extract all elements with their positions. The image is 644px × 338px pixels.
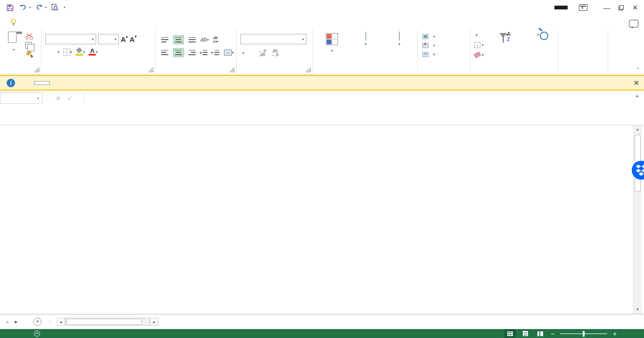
align-middle-button[interactable] bbox=[173, 35, 184, 44]
sheet-prev-icon[interactable]: ◂ bbox=[6, 319, 8, 325]
merge-icon bbox=[224, 49, 232, 56]
font-size-select[interactable]: ▾ bbox=[98, 34, 119, 44]
increase-decimal-button[interactable]: ←,0,00 bbox=[258, 49, 266, 57]
underline-dropdown-icon[interactable]: ▾ bbox=[58, 50, 59, 54]
ribbon-tab-row bbox=[0, 15, 644, 29]
fill-button[interactable]: ↓▾ bbox=[474, 41, 491, 49]
format-as-table-icon bbox=[365, 32, 366, 41]
name-box[interactable]: ▾ bbox=[0, 92, 42, 104]
scroll-left-icon[interactable]: ◂ bbox=[57, 318, 65, 326]
copy-button[interactable]: ▾ bbox=[25, 42, 33, 49]
group-estilos: ▾ ▾ ▾ bbox=[313, 29, 418, 74]
zoom-slider[interactable] bbox=[560, 333, 607, 334]
comments-icon[interactable] bbox=[629, 20, 638, 27]
cancel-formula-icon[interactable]: ✕ bbox=[56, 95, 61, 102]
normal-view-button[interactable] bbox=[504, 329, 516, 338]
font-name-select[interactable]: ▾ bbox=[45, 34, 96, 44]
scroll-up-icon[interactable]: ▲ bbox=[634, 125, 642, 134]
font-color-button[interactable]: A▾ bbox=[89, 48, 98, 56]
page-layout-icon bbox=[523, 331, 528, 336]
portapapeles-dialog-launcher-icon[interactable] bbox=[34, 67, 39, 72]
scroll-right-icon[interactable]: ▸ bbox=[150, 318, 158, 326]
sheet-next-icon[interactable]: ▸ bbox=[15, 319, 18, 325]
align-center-button[interactable] bbox=[173, 48, 184, 57]
update-now-button[interactable] bbox=[34, 81, 50, 85]
cell-styles-button[interactable]: ▾ bbox=[383, 32, 415, 74]
merge-center-button[interactable]: ▾ bbox=[224, 49, 234, 56]
orientation-button[interactable]: ab▾ bbox=[200, 36, 208, 43]
scroll-down-icon[interactable]: ▼ bbox=[634, 305, 642, 314]
align-bottom-button[interactable] bbox=[189, 37, 196, 42]
sort-filter-button[interactable]: AZ ▾ bbox=[491, 31, 522, 74]
group-numero: ▾ ▾ ←,0,00 ,00→,0 bbox=[237, 29, 313, 74]
fuente-dialog-launcher-icon[interactable] bbox=[149, 67, 153, 72]
horizontal-scroll-thumb[interactable] bbox=[66, 319, 142, 325]
eraser-icon bbox=[474, 52, 481, 58]
zoom-slider-thumb[interactable] bbox=[583, 331, 585, 337]
page-break-view-button[interactable] bbox=[535, 329, 546, 338]
worksheet-grid bbox=[0, 125, 633, 314]
increase-indent-button[interactable] bbox=[212, 50, 219, 55]
borders-button[interactable]: ▾ bbox=[63, 49, 72, 56]
more-sheets-indicator[interactable] bbox=[24, 314, 30, 329]
find-select-button[interactable]: ▾ bbox=[522, 31, 553, 74]
separator-dots: ⋮ bbox=[45, 94, 51, 100]
horizontal-scrollbar[interactable]: ◂ ▸ bbox=[57, 318, 158, 326]
new-sheet-button[interactable]: + bbox=[33, 318, 41, 326]
clear-button[interactable]: ▾ bbox=[474, 51, 491, 59]
autosum-button[interactable]: ▾ bbox=[474, 31, 491, 39]
delete-cells-button[interactable]: ▾ bbox=[422, 41, 470, 50]
zoom-out-button[interactable]: − bbox=[550, 330, 555, 338]
align-top-button[interactable] bbox=[161, 37, 168, 42]
collapse-formula-bar-icon[interactable]: ▲ bbox=[635, 93, 639, 98]
paste-button[interactable]: ▾ bbox=[4, 33, 24, 70]
zoom-in-button[interactable]: + bbox=[612, 330, 618, 338]
align-right-button[interactable] bbox=[189, 50, 196, 55]
minimize-button[interactable]: — bbox=[600, 0, 614, 15]
decrease-decimal-button[interactable]: ,00→,0 bbox=[271, 49, 279, 57]
enter-formula-icon[interactable]: ✓ bbox=[67, 95, 73, 102]
group-complementos bbox=[558, 29, 608, 74]
vertical-scrollbar[interactable]: ▲ ▼ bbox=[633, 125, 641, 314]
title-bar: ▾ ▾ ▾ — × bbox=[0, 0, 644, 15]
close-button[interactable]: × bbox=[628, 0, 642, 15]
tab-splitter[interactable]: ⋮ bbox=[48, 319, 53, 324]
dropbox-icon[interactable] bbox=[632, 161, 644, 180]
format-as-table-button[interactable]: ▾ bbox=[350, 32, 382, 74]
restore-button[interactable] bbox=[614, 0, 628, 15]
accessibility-icon bbox=[34, 330, 40, 337]
wrap-text-button[interactable]: abc↵ bbox=[213, 36, 219, 43]
ribbon: ▾ ▾ ▾ ▾ A▴ A▾ bbox=[0, 29, 644, 74]
numero-dialog-launcher-icon[interactable] bbox=[306, 67, 311, 72]
insert-cells-button[interactable]: ▾ bbox=[422, 32, 470, 41]
ribbon-display-options-icon[interactable] bbox=[579, 4, 587, 11]
conditional-formatting-button[interactable]: ▾ bbox=[316, 32, 348, 74]
group-alineacion: ab▾ abc↵ ▾ bbox=[156, 29, 237, 74]
tell-me-search[interactable] bbox=[10, 15, 20, 29]
group-edicion: ▾ ↓▾ ▾ AZ ▾ ▾ bbox=[471, 29, 558, 74]
brush-icon bbox=[26, 51, 33, 58]
currency-button[interactable]: ▾ bbox=[242, 51, 244, 55]
paste-dropdown-icon[interactable]: ▾ bbox=[13, 48, 15, 52]
number-format-select[interactable]: ▾ bbox=[240, 34, 306, 44]
align-left-button[interactable] bbox=[161, 50, 168, 55]
font-color-icon: A bbox=[89, 48, 96, 56]
format-cells-button[interactable]: ▾ bbox=[422, 50, 470, 59]
formula-bar: ▾ ⋮ ✕ ✓ ▲ bbox=[0, 91, 644, 125]
decrease-font-button[interactable]: A▾ bbox=[130, 35, 137, 43]
lightbulb-icon bbox=[10, 18, 17, 26]
cut-button[interactable] bbox=[25, 33, 33, 40]
increase-font-button[interactable]: A▴ bbox=[121, 35, 128, 43]
info-icon: i bbox=[7, 79, 15, 87]
notification-close-icon[interactable]: ✕ bbox=[633, 79, 639, 87]
collapse-ribbon-icon[interactable]: ⌃ bbox=[636, 67, 640, 72]
group-portapapeles: ▾ ▾ bbox=[0, 29, 41, 74]
fill-color-button[interactable]: ▾ bbox=[76, 48, 85, 56]
format-painter-button[interactable] bbox=[25, 51, 33, 58]
decrease-indent-button[interactable] bbox=[200, 50, 207, 55]
sign-in-button[interactable] bbox=[554, 6, 568, 9]
conditional-formatting-icon bbox=[326, 33, 338, 45]
sheet-tab-bar: ◂ ▸ + ⋮ ◂ ▸ bbox=[0, 314, 644, 329]
alineacion-dialog-launcher-icon[interactable] bbox=[230, 67, 234, 72]
page-layout-view-button[interactable] bbox=[520, 329, 531, 338]
